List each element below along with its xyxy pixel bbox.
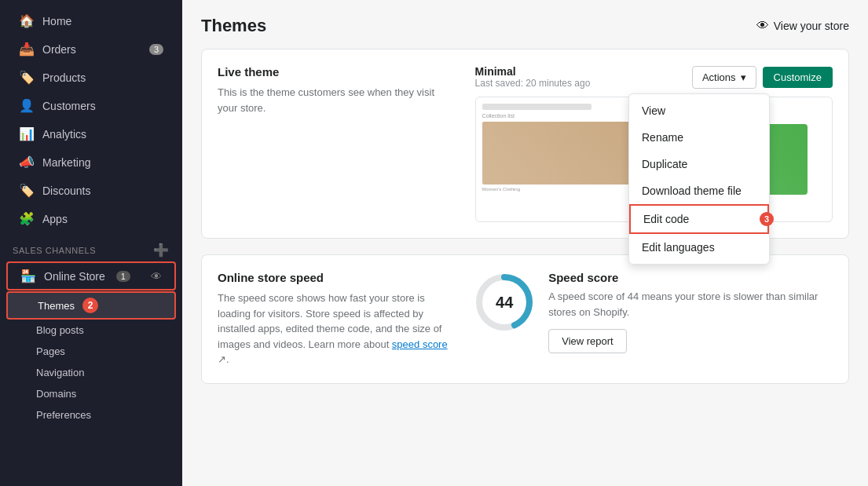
view-store-link[interactable]: 👁 View your store [756,19,849,33]
online-store-step-badge: 1 [116,271,130,282]
dropdown-edit-code[interactable]: Edit code 3 [629,204,769,234]
speed-score-desc: A speed score of 44 means your store is … [548,289,833,320]
sidebar-item-domains[interactable]: Domains [0,383,182,404]
preview-title-group: Minimal Last saved: 20 minutes ago [475,65,591,89]
live-theme-desc: This is the theme customers see when the… [218,85,456,115]
orders-badge: 3 [149,44,163,55]
main-body: Live theme This is the theme customers s… [182,49,868,486]
dropdown-rename[interactable]: Rename [629,124,769,151]
actions-dropdown: View Rename Duplicate Download theme fil… [628,93,770,265]
sidebar-item-customers[interactable]: 👤 Customers [6,92,176,119]
themes-step-badge: 2 [82,298,98,313]
speed-title: Online store speed [218,271,457,284]
sidebar-item-analytics[interactable]: 📊 Analytics [6,120,176,148]
speed-score-area: 44 Speed score A speed score of 44 means… [473,271,833,367]
sidebar-item-pages[interactable]: Pages [0,341,182,362]
sidebar: 🏠 Home 📥 Orders 3 🏷️ Products 👤 Customer… [0,0,182,486]
sales-channels-section: SALES CHANNELS ➕ [0,233,182,261]
actions-button[interactable]: Actions ▾ [692,66,756,89]
speed-info: Online store speed The speed score shows… [218,271,457,367]
live-theme-preview: Minimal Last saved: 20 minutes ago Actio… [475,65,833,222]
sidebar-item-home[interactable]: 🏠 Home [6,7,176,35]
live-theme-title: Live theme [218,65,456,79]
speed-score-link[interactable]: speed score [392,338,448,350]
dropdown-edit-languages[interactable]: Edit languages [629,234,769,261]
theme-last-saved: Last saved: 20 minutes ago [475,78,591,89]
marketing-icon: 📣 [19,155,35,170]
external-link-icon: ↗ [218,353,226,365]
sidebar-item-blog-posts[interactable]: Blog posts [0,320,182,341]
analytics-icon: 📊 [19,126,35,141]
eye-store-icon: 👁 [756,19,769,33]
live-theme-info: Live theme This is the theme customers s… [218,65,456,222]
speed-details: Speed score A speed score of 44 means yo… [548,271,833,353]
page-title: Themes [201,16,266,36]
chevron-down-icon: ▾ [741,71,746,83]
add-channel-icon[interactable]: ➕ [153,243,170,258]
dropdown-download[interactable]: Download theme file [629,177,769,204]
eye-icon[interactable]: 👁 [151,270,162,283]
sidebar-item-themes[interactable]: Themes 2 [6,291,176,320]
dropdown-duplicate[interactable]: Duplicate [629,151,769,177]
live-theme-card: Live theme This is the theme customers s… [201,49,849,239]
sidebar-item-navigation[interactable]: Navigation [0,362,182,383]
page-header: Themes 👁 View your store [182,0,868,49]
home-icon: 🏠 [19,13,35,28]
speed-circle: 44 [473,271,536,334]
edit-code-step-badge: 3 [760,212,774,226]
customers-icon: 👤 [19,98,35,113]
speed-score-value: 44 [496,294,513,312]
dropdown-view[interactable]: View [629,97,769,124]
store-icon: 🏪 [20,269,36,283]
speed-card: Online store speed The speed score shows… [201,254,849,384]
products-icon: 🏷️ [19,70,35,85]
view-report-button[interactable]: View report [548,329,627,353]
sidebar-item-apps[interactable]: 🧩 Apps [6,205,176,232]
preview-actions: Actions ▾ Customize [692,66,833,89]
orders-icon: 📥 [19,42,35,57]
discounts-icon: 🏷️ [19,183,35,198]
sidebar-item-products[interactable]: 🏷️ Products [6,64,176,91]
theme-name: Minimal [475,65,591,78]
sidebar-item-online-store[interactable]: 🏪 Online Store 1 👁 [6,261,176,291]
apps-icon: 🧩 [19,211,35,226]
speed-score-title: Speed score [548,271,833,284]
sidebar-item-preferences[interactable]: Preferences [0,404,182,426]
speed-desc: The speed score shows how fast your stor… [218,291,457,367]
sidebar-item-discounts[interactable]: 🏷️ Discounts [6,177,176,204]
sidebar-item-marketing[interactable]: 📣 Marketing [6,148,176,176]
preview-header: Minimal Last saved: 20 minutes ago Actio… [475,65,833,89]
sidebar-item-orders[interactable]: 📥 Orders 3 [6,35,176,63]
customize-button[interactable]: Customize [763,67,833,88]
main-content: Themes 👁 View your store Live theme This… [182,0,868,486]
